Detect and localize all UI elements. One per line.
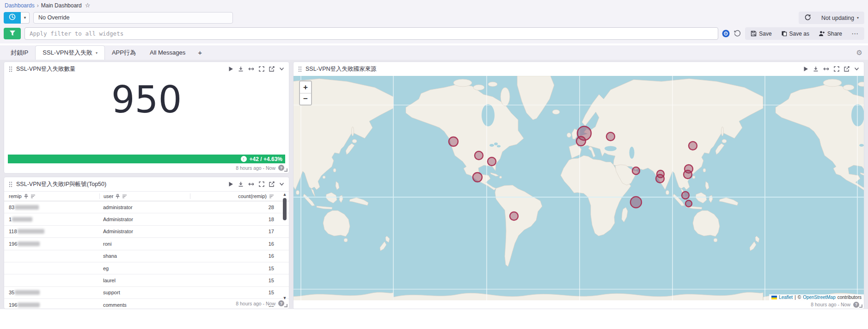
resize-handle[interactable] xyxy=(284,304,287,307)
map-marker[interactable] xyxy=(684,170,692,179)
download-icon[interactable] xyxy=(813,66,819,72)
filter-input[interactable] xyxy=(24,27,718,40)
download-icon[interactable] xyxy=(238,181,244,187)
add-tab-button[interactable]: + xyxy=(192,45,208,60)
count-value: 950 xyxy=(4,81,289,118)
map-attribution: Leaflet | © OpenStreetMap contributors xyxy=(769,294,864,300)
arrows-horizontal-icon[interactable] xyxy=(823,67,829,71)
refresh-control[interactable]: Not updating ▾ xyxy=(799,12,864,24)
resize-handle[interactable] xyxy=(859,304,862,308)
tab-all-messages[interactable]: All Messages xyxy=(143,45,192,60)
play-icon[interactable] xyxy=(228,66,233,72)
widget-title: SSL-VPN登入失敗IP與帳號(Top50) xyxy=(16,180,106,188)
download-icon[interactable] xyxy=(238,66,244,72)
breadcrumb-dashboards-link[interactable]: Dashboards xyxy=(5,2,35,9)
chevron-down-icon[interactable] xyxy=(279,182,284,186)
play-icon[interactable] xyxy=(228,181,233,187)
osm-link[interactable]: OpenStreetMap xyxy=(803,295,836,300)
more-actions-button[interactable]: ⋯ xyxy=(851,30,859,38)
help-icon[interactable]: ? xyxy=(853,302,859,308)
help-icon[interactable]: ? xyxy=(278,300,284,306)
drag-handle-icon[interactable] xyxy=(9,181,12,187)
tab-app-behavior[interactable]: APP行為 xyxy=(105,45,143,60)
arrows-horizontal-icon[interactable] xyxy=(248,182,254,186)
tab-sslvpn-login-fail[interactable]: SSL-VPN登入失敗 ▾ xyxy=(35,45,105,60)
table-row[interactable]: eg 15 xyxy=(4,262,289,274)
map-marker[interactable] xyxy=(488,157,496,166)
map-marker[interactable] xyxy=(449,137,458,146)
chevron-down-icon[interactable] xyxy=(854,67,859,71)
table-row[interactable]: shana 16 xyxy=(4,250,289,262)
top-zone: Dashboards › Main Dashboard ☆ ▼ No Overr… xyxy=(0,0,868,43)
table-row[interactable]: 1 Administrator 18 xyxy=(4,213,289,225)
zoom-in-button[interactable]: + xyxy=(300,81,311,93)
leaflet-link[interactable]: Leaflet xyxy=(779,295,793,300)
pin-icon[interactable] xyxy=(116,194,120,199)
cell-count: 15 xyxy=(190,266,284,271)
map-marker[interactable] xyxy=(510,212,518,220)
sort-icon[interactable] xyxy=(269,194,274,199)
scroll-target-icon[interactable] xyxy=(722,30,730,37)
table-row[interactable]: 83 administrator 28 xyxy=(4,201,289,213)
drag-handle-icon[interactable] xyxy=(298,66,302,72)
table-row[interactable]: 118 Administrator 17 xyxy=(4,226,289,238)
time-override-field[interactable]: No Override xyxy=(33,12,233,24)
timerange-label: 8 hours ago - Now xyxy=(811,302,850,307)
share-button[interactable]: Share xyxy=(819,31,842,37)
refresh-label: Not updating xyxy=(821,15,854,21)
cell-count: 17 xyxy=(190,229,284,234)
scroll-up-icon[interactable]: ▲ xyxy=(283,192,287,197)
widget-map: SSL-VPN登入失敗國家來源 + − xyxy=(293,62,864,309)
edit-icon[interactable] xyxy=(844,66,850,72)
favorite-star-icon[interactable]: ☆ xyxy=(85,2,91,9)
cell-user: roni xyxy=(99,241,190,247)
map-marker[interactable] xyxy=(682,192,689,199)
edit-icon[interactable] xyxy=(269,181,275,187)
map-marker[interactable] xyxy=(473,173,482,182)
redacted-ip xyxy=(15,205,39,210)
table-row[interactable]: 196 roni 16 xyxy=(4,238,289,250)
tab-blocked-ip[interactable]: 封鎖IP xyxy=(4,45,35,60)
fullscreen-icon[interactable] xyxy=(259,66,264,72)
help-icon[interactable]: ? xyxy=(278,165,284,171)
map-marker[interactable] xyxy=(576,137,586,146)
history-icon[interactable] xyxy=(734,30,741,37)
edit-icon[interactable] xyxy=(269,66,275,72)
zoom-out-button[interactable]: − xyxy=(300,93,311,105)
sort-icon[interactable] xyxy=(31,194,36,199)
world-map[interactable]: + − xyxy=(293,76,864,300)
save-button[interactable]: Save xyxy=(751,31,771,37)
sort-icon[interactable] xyxy=(122,194,127,199)
cell-user: Administrator xyxy=(99,229,190,234)
chevron-down-icon[interactable] xyxy=(279,67,284,71)
cell-user: laurel xyxy=(99,278,190,283)
save-as-button[interactable]: Save as xyxy=(781,31,809,37)
fullscreen-icon[interactable] xyxy=(834,66,839,72)
map-marker[interactable] xyxy=(689,142,697,150)
time-range-button[interactable] xyxy=(4,12,21,24)
map-marker[interactable] xyxy=(685,200,692,207)
ukraine-flag-icon xyxy=(771,296,777,299)
arrows-horizontal-icon[interactable] xyxy=(248,67,254,71)
play-icon[interactable] xyxy=(803,66,808,72)
cell-remip: 1 xyxy=(9,217,99,222)
scroll-down-icon[interactable]: ▼ xyxy=(283,296,287,300)
pin-icon[interactable] xyxy=(24,194,28,199)
table-row[interactable]: 35 support 15 xyxy=(4,287,289,299)
map-marker[interactable] xyxy=(632,167,640,174)
cell-count: 16 xyxy=(190,241,284,247)
gear-icon[interactable]: ⚙ xyxy=(856,45,868,60)
resize-handle[interactable] xyxy=(284,168,287,172)
cell-count: 15 xyxy=(190,278,284,283)
scrollbar-thumb[interactable] xyxy=(283,198,287,220)
chevron-down-icon[interactable]: ▾ xyxy=(96,51,98,55)
map-marker[interactable] xyxy=(656,174,664,183)
filter-button[interactable] xyxy=(4,28,21,39)
table-row[interactable]: laurel 15 xyxy=(4,274,289,286)
map-marker[interactable] xyxy=(630,197,642,208)
time-range-caret-button[interactable]: ▼ xyxy=(21,12,30,24)
map-marker[interactable] xyxy=(606,132,615,141)
fullscreen-icon[interactable] xyxy=(259,181,264,187)
drag-handle-icon[interactable] xyxy=(9,66,12,72)
map-marker[interactable] xyxy=(475,151,483,160)
